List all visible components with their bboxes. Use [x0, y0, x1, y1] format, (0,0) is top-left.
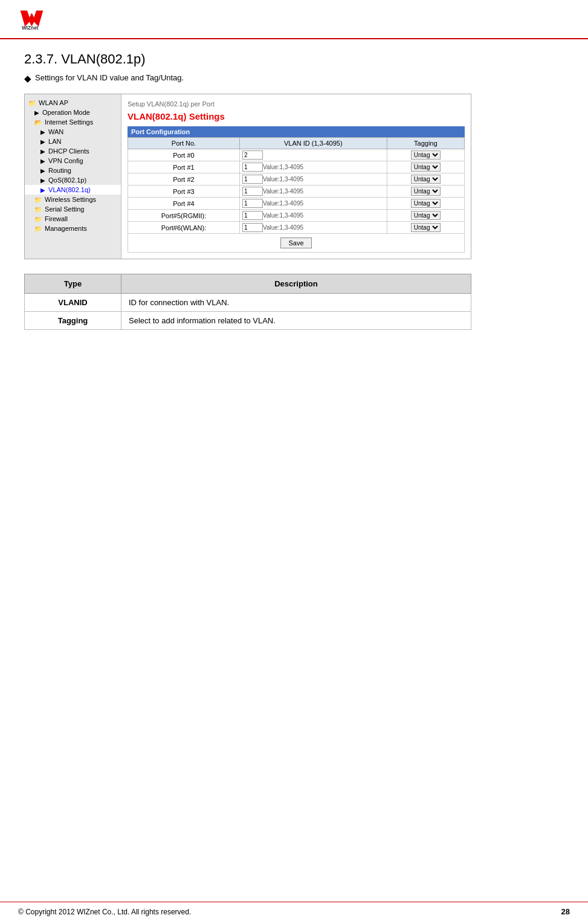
svg-marker-0: [21, 11, 44, 27]
nav-label: Serial Setting: [45, 205, 84, 213]
desc-text: ID for connection with VLAN.: [121, 294, 471, 312]
nav-managements[interactable]: 📁 Managements: [25, 224, 121, 233]
nav-wlan-ap[interactable]: 📁 WLAN AP: [25, 98, 121, 108]
vlan-id-input[interactable]: [242, 163, 263, 172]
col-vlan-id: VLAN ID (1,3-4095): [239, 138, 387, 149]
port-name: Port #2: [128, 173, 240, 186]
svg-text:WIZnet: WIZnet: [22, 25, 39, 31]
tagging-select[interactable]: UntagTag: [411, 187, 441, 196]
left-nav: 📁 WLAN AP ▶ Operation Mode 📂 Internet Se…: [25, 94, 121, 259]
nav-label: Wireless Settings: [45, 196, 96, 203]
nav-label: Firewall: [45, 215, 68, 222]
nav-label: Managements: [45, 225, 87, 232]
vlan-id-input[interactable]: [242, 187, 263, 196]
nav-operation-mode[interactable]: ▶ Operation Mode: [25, 108, 121, 117]
nav-routing[interactable]: ▶ Routing: [25, 166, 121, 175]
folder-icon: 📁: [34, 206, 42, 213]
nav-label: DHCP Clients: [48, 147, 89, 155]
footer-copyright: © Copyright 2012 WIZnet Co., Ltd. All ri…: [18, 908, 191, 916]
folder-icon: 📁: [34, 196, 42, 203]
wiznet-logo-icon: WIZnet: [18, 6, 54, 33]
footer-page: 28: [561, 907, 570, 916]
port-table: Port No. VLAN ID (1,3-4095) Tagging Port…: [128, 137, 465, 234]
nav-lan[interactable]: ▶ LAN: [25, 137, 121, 146]
port-name: Port #4: [128, 198, 240, 210]
vlan-id-input[interactable]: [242, 150, 263, 160]
nav-label: VLAN(802.1q): [48, 186, 91, 193]
arrow-icon: ▶: [40, 138, 45, 145]
tagging-select[interactable]: UntagTag: [411, 175, 441, 184]
nav-serial[interactable]: 📁 Serial Setting: [25, 204, 121, 214]
port-name: Port#5(RGMII):: [128, 210, 240, 222]
nav-dhcp-clients[interactable]: ▶ DHCP Clients: [25, 146, 121, 156]
vlan-id-cell: [239, 149, 387, 161]
col-tagging: Tagging: [387, 138, 464, 149]
tagging-select[interactable]: UntagTag: [411, 199, 441, 208]
port-name: Port #3: [128, 186, 240, 198]
nav-firewall[interactable]: 📁 Firewall: [25, 214, 121, 224]
vlan-id-cell: Value:1,3-4095: [239, 161, 387, 173]
desc-type: Tagging: [25, 312, 121, 330]
desc-row: TaggingSelect to add information related…: [25, 312, 471, 330]
desc-col-description: Description: [121, 274, 471, 294]
nav-internet-settings[interactable]: 📂 Internet Settings: [25, 117, 121, 127]
port-name: Port#6(WLAN):: [128, 222, 240, 234]
arrow-icon: ▶: [40, 129, 45, 135]
port-name: Port #1: [128, 161, 240, 173]
vlan-id-input[interactable]: [242, 223, 263, 232]
arrow-icon: ▶: [40, 177, 45, 184]
folder-icon: 📁: [34, 216, 42, 222]
nav-label: VPN Config: [48, 157, 83, 164]
folder-open-icon: 📂: [34, 119, 42, 126]
vlan-id-cell: Value:1,3-4095: [239, 173, 387, 186]
description-table: Type Description VLANIDID for connection…: [24, 274, 471, 330]
tagging-select[interactable]: UntagTag: [411, 150, 441, 160]
main-content: 2.3.7. VLAN(802.1p) ◆ Settings for VLAN …: [0, 39, 588, 366]
nav-qos[interactable]: ▶ QoS(802.1p): [25, 175, 121, 185]
tagging-cell: UntagTag: [387, 198, 464, 210]
bullet-diamond-icon: ◆: [24, 73, 31, 84]
tagging-select[interactable]: UntagTag: [411, 163, 441, 172]
nav-wireless[interactable]: 📁 Wireless Settings: [25, 195, 121, 204]
col-port-no: Port No.: [128, 138, 240, 149]
desc-type: VLANID: [25, 294, 121, 312]
section-title: 2.3.7. VLAN(802.1p): [24, 51, 564, 67]
vlan-id-input[interactable]: [242, 211, 263, 220]
logo: WIZnet: [18, 6, 570, 33]
vlan-heading: VLAN(802.1q) Settings: [128, 111, 465, 121]
port-row: Port#6(WLAN):Value:1,3-4095UntagTag: [128, 222, 465, 234]
save-button[interactable]: Save: [280, 238, 311, 248]
nav-label: Routing: [48, 167, 71, 174]
nav-label: Operation Mode: [42, 109, 90, 116]
ui-screenshot: 📁 WLAN AP ▶ Operation Mode 📂 Internet Se…: [24, 94, 471, 259]
arrow-icon: ▶: [40, 148, 45, 155]
vlan-id-cell: Value:1,3-4095: [239, 210, 387, 222]
arrow-icon: ▶: [34, 109, 39, 116]
nav-label: Internet Settings: [45, 118, 93, 126]
port-row: Port #2Value:1,3-4095UntagTag: [128, 173, 465, 186]
nav-label: QoS(802.1p): [48, 176, 86, 184]
port-row: Port#5(RGMII):Value:1,3-4095UntagTag: [128, 210, 465, 222]
arrow-icon: ▶: [40, 187, 45, 193]
nav-wan[interactable]: ▶ WAN: [25, 127, 121, 137]
vlan-id-input[interactable]: [242, 199, 263, 208]
tagging-cell: UntagTag: [387, 222, 464, 234]
tagging-select[interactable]: UntagTag: [411, 223, 441, 232]
nav-vpn-config[interactable]: ▶ VPN Config: [25, 156, 121, 166]
vlan-id-cell: Value:1,3-4095: [239, 198, 387, 210]
vlan-id-input[interactable]: [242, 175, 263, 184]
setup-label: Setup VLAN(802.1q) per Port: [128, 100, 465, 108]
vlan-id-cell: Value:1,3-4095: [239, 186, 387, 198]
arrow-icon: ▶: [40, 158, 45, 164]
port-row: Port #3Value:1,3-4095UntagTag: [128, 186, 465, 198]
desc-row: VLANIDID for connection with VLAN.: [25, 294, 471, 312]
port-row: Port #0UntagTag: [128, 149, 465, 161]
value-hint: Value:1,3-4095: [263, 164, 303, 170]
nav-label: WAN: [48, 128, 63, 135]
tagging-select[interactable]: UntagTag: [411, 211, 441, 220]
value-hint: Value:1,3-4095: [263, 212, 303, 219]
port-row: Port #1Value:1,3-4095UntagTag: [128, 161, 465, 173]
tagging-cell: UntagTag: [387, 149, 464, 161]
tagging-cell: UntagTag: [387, 186, 464, 198]
nav-vlan[interactable]: ▶ VLAN(802.1q): [25, 185, 121, 195]
